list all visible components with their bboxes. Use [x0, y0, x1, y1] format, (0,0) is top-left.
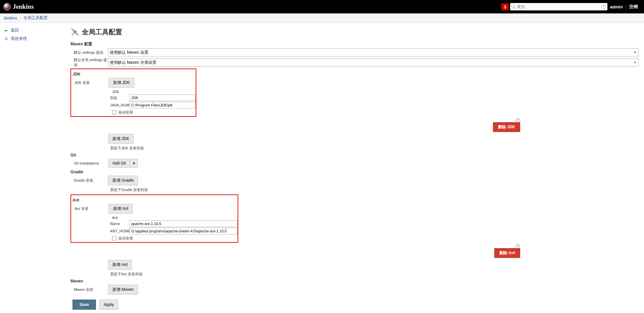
jdk-sub-heading: JDK — [112, 90, 196, 94]
page-title-row: 全局工具配置 — [70, 28, 639, 37]
jdk-list-note: 系统下JDK 安装列表 — [110, 146, 639, 151]
add-jdk-button-2[interactable]: 新增 JDK — [108, 134, 134, 144]
gear-icon: ⚙ — [3, 36, 9, 42]
maven-settings-select[interactable]: 使用默认 Maven 设置 — [108, 48, 639, 56]
ant-list-note: 系统下Ant 安装列表 — [110, 272, 639, 277]
add-ant-button-2[interactable]: 新增 Ant — [108, 260, 132, 270]
jdk-highlight-box: JDK JDK 安装 新增 JDK JDK 别名 JAVA_HOME 自动安装 — [70, 69, 196, 117]
sidebar: ⬅ 返回 ⚙ 系统管理 — [0, 23, 67, 313]
add-ant-button[interactable]: 新增 Ant — [109, 204, 133, 214]
chevron-right-icon: › — [20, 16, 21, 20]
maven-global-settings-label: 默认全局 settings 提供 — [70, 57, 108, 68]
add-git-button[interactable]: Add Git — [108, 159, 130, 168]
user-link[interactable]: admin — [610, 4, 623, 9]
ant-home-label: ANT_HOME — [110, 229, 130, 233]
ant-auto-install-label: 自动安装 — [118, 236, 133, 241]
delete-jdk-button[interactable]: 删除 JDK — [493, 122, 520, 132]
search-box[interactable]: ? — [510, 3, 607, 10]
gradle-list-note: 系统下Gradle 安装列表 — [110, 187, 639, 192]
git-install-label: Git installations — [70, 161, 108, 165]
maven-config-heading: Maven 配置 — [70, 41, 639, 47]
ant-home-input[interactable] — [130, 228, 238, 234]
page-title: 全局工具配置 — [82, 28, 122, 37]
notification-badge[interactable]: 3 — [501, 3, 508, 10]
search-help-icon[interactable]: ? — [601, 4, 606, 9]
jenkins-logo[interactable]: Jenkins — [3, 3, 34, 10]
jdk-home-label: JAVA_HOME — [110, 103, 130, 107]
search-icon — [511, 5, 515, 9]
ant-name-input[interactable] — [130, 220, 238, 227]
jdk-alias-label: 别名 — [110, 95, 130, 100]
jdk-auto-install-label: 自动安装 — [118, 110, 133, 115]
breadcrumb-page[interactable]: 全局工具配置 — [23, 15, 48, 21]
top-header: Jenkins 3 ? admin | 注销 — [0, 0, 644, 13]
jdk-auto-install-checkbox[interactable] — [112, 110, 116, 115]
header-separator: | — [626, 4, 627, 9]
add-git-caret[interactable]: ▾ — [130, 159, 138, 168]
back-arrow-icon: ⬅ — [3, 28, 9, 33]
brand-text: Jenkins — [13, 3, 34, 10]
add-jdk-button[interactable]: 新增 JDK — [109, 78, 134, 88]
sidebar-manage[interactable]: ⚙ 系统管理 — [3, 35, 67, 43]
sidebar-manage-label: 系统管理 — [11, 36, 27, 42]
ant-highlight-box: Ant Ant 安装 新增 Ant Ant Name ANT_HOME 自动安装 — [70, 194, 238, 243]
main-content: 全局工具配置 Maven 配置 默认 settings 提供 使用默认 Mave… — [67, 23, 644, 313]
maven-global-settings-select[interactable]: 使用默认 Maven 全局设置 — [108, 58, 639, 66]
maven-settings-label: 默认 settings 提供 — [70, 50, 108, 55]
git-heading: Git — [70, 153, 639, 158]
ant-name-label: Name — [110, 222, 130, 226]
tools-icon — [70, 28, 79, 37]
sidebar-back[interactable]: ⬅ 返回 — [3, 26, 67, 35]
ant-sub-heading: Ant — [112, 216, 238, 220]
jenkins-icon — [3, 3, 11, 10]
jdk-heading: JDK — [71, 72, 196, 77]
gradle-install-label: Gradle 安装 — [70, 178, 108, 183]
bottom-action-bar: Save Apply — [0, 296, 644, 313]
maven-heading: Maven — [70, 279, 639, 283]
breadcrumb: Jenkins › 全局工具配置 — [0, 13, 644, 23]
sidebar-back-label: 返回 — [11, 28, 19, 33]
ant-heading: Ant — [71, 198, 238, 203]
maven-install-label: Maven 安装 — [70, 287, 108, 292]
add-gradle-button[interactable]: 新增 Gradle — [108, 176, 138, 185]
save-button[interactable]: Save — [72, 300, 96, 310]
ant-install-label: Ant 安装 — [71, 206, 109, 211]
jdk-alias-input[interactable] — [130, 94, 196, 101]
jdk-install-label: JDK 安装 — [71, 80, 109, 85]
add-maven-button[interactable]: 新增 Maven — [108, 285, 138, 295]
gradle-heading: Gradle — [70, 170, 639, 174]
jdk-home-input[interactable] — [130, 102, 196, 108]
apply-button[interactable]: Apply — [99, 300, 118, 310]
search-input[interactable] — [515, 4, 601, 10]
delete-ant-button[interactable]: 删除 Ant — [494, 248, 520, 258]
logout-link[interactable]: 注销 — [629, 4, 638, 10]
ant-auto-install-checkbox[interactable] — [112, 236, 116, 240]
breadcrumb-home[interactable]: Jenkins — [3, 16, 17, 20]
